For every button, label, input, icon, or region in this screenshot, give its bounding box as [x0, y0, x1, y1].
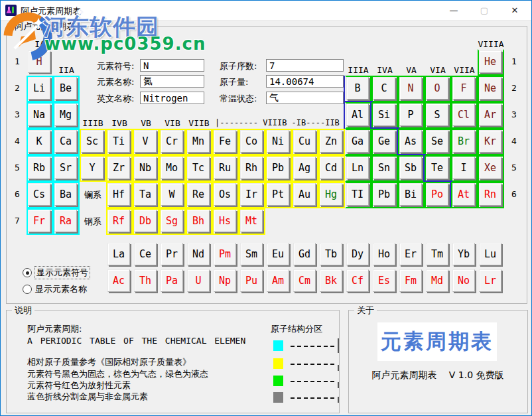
- element-lr-cell[interactable]: Lr: [479, 269, 501, 292]
- symbol-field[interactable]: [140, 59, 204, 72]
- element-cs-cell[interactable]: Cs: [28, 183, 50, 206]
- element-cf-cell[interactable]: Cf: [346, 269, 369, 292]
- element-fe-cell[interactable]: Fe: [214, 130, 236, 153]
- element-na-cell[interactable]: Na: [28, 104, 50, 126]
- element-ga-cell[interactable]: Ga: [346, 130, 369, 153]
- element-pb-cell[interactable]: Pb: [267, 157, 289, 179]
- element-kr-cell[interactable]: Kr: [479, 130, 501, 153]
- element-pr-cell[interactable]: Pr: [161, 243, 183, 265]
- element-rn-cell[interactable]: Rn: [479, 183, 501, 206]
- element-sr-cell[interactable]: Sr: [54, 157, 77, 179]
- element-bi-cell[interactable]: Bi: [399, 183, 422, 206]
- element-zn-cell[interactable]: Zn: [320, 130, 342, 153]
- element-mt-cell[interactable]: Mt: [240, 210, 263, 232]
- element-ra-cell[interactable]: Ra: [54, 210, 77, 232]
- element-he-cell[interactable]: He: [479, 50, 501, 73]
- element-c-cell[interactable]: C: [373, 77, 395, 100]
- element-au-cell[interactable]: Au: [293, 183, 316, 206]
- element-ca-cell[interactable]: Ca: [54, 130, 77, 153]
- element-yb-cell[interactable]: Yb: [452, 243, 475, 265]
- element-n-cell[interactable]: N: [399, 77, 422, 100]
- element-mn-cell[interactable]: Mn: [187, 130, 210, 153]
- element-sm-cell[interactable]: Sm: [240, 243, 263, 265]
- element-zr-cell[interactable]: Zr: [107, 157, 130, 179]
- element-ba-cell[interactable]: Ba: [54, 183, 77, 206]
- element-al-cell[interactable]: Al: [346, 104, 369, 126]
- element-ti-cell[interactable]: TI: [346, 183, 369, 206]
- element-rb-cell[interactable]: Rb: [28, 157, 50, 179]
- element-re-cell[interactable]: Re: [187, 183, 210, 206]
- element-b-cell[interactable]: B: [346, 77, 369, 100]
- element-cm-cell[interactable]: Cm: [293, 269, 316, 292]
- element-mg-cell[interactable]: Mg: [54, 104, 77, 126]
- element-te-cell[interactable]: Te: [426, 157, 448, 179]
- element-i-cell[interactable]: I: [452, 157, 475, 179]
- element-cr-cell[interactable]: Cr: [161, 130, 183, 153]
- element-rf-cell[interactable]: Rf: [107, 210, 130, 232]
- element-ne-cell[interactable]: Ne: [479, 77, 501, 100]
- element-si-cell[interactable]: Si: [373, 104, 395, 126]
- element-hs-cell[interactable]: Hs: [214, 210, 236, 232]
- element-s-cell[interactable]: S: [426, 104, 448, 126]
- element-md-cell[interactable]: Md: [426, 269, 448, 292]
- element-ho-cell[interactable]: Ho: [373, 243, 395, 265]
- element-be-cell[interactable]: Be: [54, 77, 77, 100]
- element-sg-cell[interactable]: Sg: [161, 210, 183, 232]
- element-er-cell[interactable]: Er: [399, 243, 422, 265]
- element-li-cell[interactable]: Li: [28, 77, 50, 100]
- element-tb-cell[interactable]: Tb: [320, 243, 342, 265]
- state-field[interactable]: [266, 92, 344, 104]
- element-bh-cell[interactable]: Bh: [187, 210, 210, 232]
- element-pt-cell[interactable]: Pt: [267, 183, 289, 206]
- element-hg-cell[interactable]: Hg: [320, 183, 342, 206]
- element-cd-cell[interactable]: Cd: [320, 157, 342, 179]
- element-k-cell[interactable]: K: [28, 130, 50, 153]
- element-ir-cell[interactable]: Ir: [240, 183, 263, 206]
- element-y-cell[interactable]: Y: [81, 157, 103, 179]
- element-h-cell[interactable]: H: [28, 50, 50, 73]
- element-hf-cell[interactable]: Hf: [107, 183, 130, 206]
- element-at-cell[interactable]: At: [452, 183, 475, 206]
- element-la-cell[interactable]: La: [107, 243, 130, 265]
- radio-show-symbols[interactable]: 显示元素符号: [23, 267, 90, 279]
- element-db-cell[interactable]: Db: [134, 210, 157, 232]
- element-bk-cell[interactable]: Bk: [320, 269, 342, 292]
- element-u-cell[interactable]: U: [187, 269, 210, 292]
- element-pa-cell[interactable]: Pa: [161, 269, 183, 292]
- element-sb-cell[interactable]: Sb: [399, 157, 422, 179]
- element-f-cell[interactable]: F: [452, 77, 475, 100]
- close-icon[interactable]: ✕: [499, 1, 530, 20]
- element-eu-cell[interactable]: Eu: [267, 243, 289, 265]
- atomic-weight-field[interactable]: [266, 75, 344, 88]
- element-p-cell[interactable]: P: [399, 104, 422, 126]
- element-fm-cell[interactable]: Fm: [399, 269, 422, 292]
- maximize-icon[interactable]: ▢: [469, 1, 499, 20]
- element-dy-cell[interactable]: Dy: [346, 243, 369, 265]
- element-o-cell[interactable]: O: [426, 77, 448, 100]
- element-fr-cell[interactable]: Fr: [28, 210, 50, 232]
- element-pm-cell[interactable]: Pm: [214, 243, 236, 265]
- element-sn-cell[interactable]: Sn: [373, 157, 395, 179]
- element-cl-cell[interactable]: Cl: [452, 104, 475, 126]
- atomic-number-field[interactable]: [266, 59, 344, 72]
- element-v-cell[interactable]: V: [134, 130, 157, 153]
- element-nd-cell[interactable]: Nd: [187, 243, 210, 265]
- element-am-cell[interactable]: Am: [267, 269, 289, 292]
- element-ag-cell[interactable]: Ag: [293, 157, 316, 179]
- element-ar-cell[interactable]: Ar: [479, 104, 501, 126]
- element-np-cell[interactable]: Np: [214, 269, 236, 292]
- element-ru-cell[interactable]: Ru: [214, 157, 236, 179]
- element-ln-cell[interactable]: Ln: [346, 157, 369, 179]
- element-w-cell[interactable]: W: [161, 183, 183, 206]
- element-ac-cell[interactable]: Ac: [107, 269, 130, 292]
- element-tm-cell[interactable]: Tm: [426, 243, 448, 265]
- element-rh-cell[interactable]: Rh: [240, 157, 263, 179]
- element-ti-cell[interactable]: Ti: [107, 130, 130, 153]
- element-se-cell[interactable]: Se: [426, 130, 448, 153]
- element-gd-cell[interactable]: Gd: [293, 243, 316, 265]
- element-mo-cell[interactable]: Mo: [161, 157, 183, 179]
- name-en-field[interactable]: [140, 92, 204, 104]
- element-ge-cell[interactable]: Ge: [373, 130, 395, 153]
- element-co-cell[interactable]: Co: [240, 130, 263, 153]
- element-pu-cell[interactable]: Pu: [240, 269, 263, 292]
